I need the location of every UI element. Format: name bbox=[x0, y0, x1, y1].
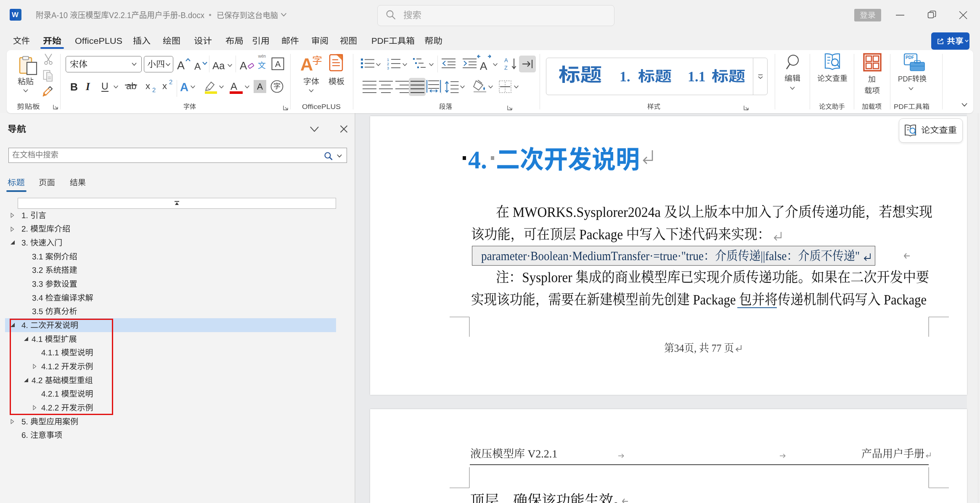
svg-text:2: 2 bbox=[387, 62, 389, 66]
svg-text:1: 1 bbox=[387, 58, 389, 62]
svg-text:3: 3 bbox=[387, 66, 389, 70]
